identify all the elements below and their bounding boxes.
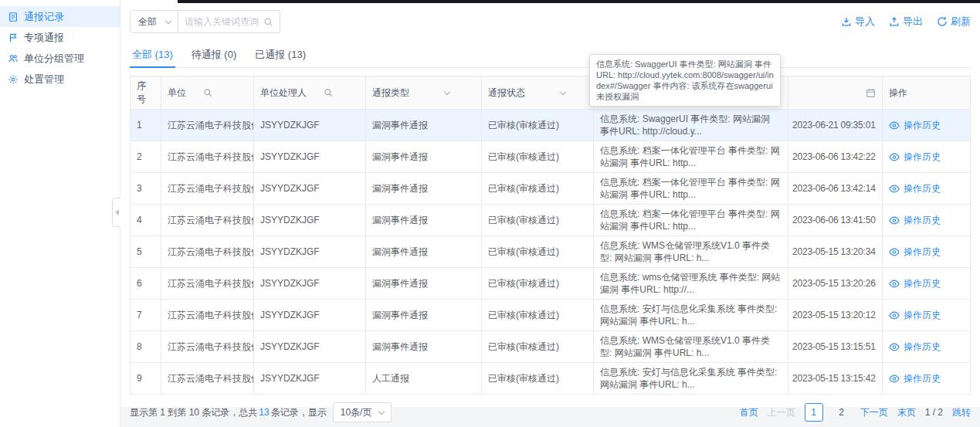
row-company: 江苏云涌电子科技股份有限公司 xyxy=(161,173,254,204)
row-action-cell: 操作历史 xyxy=(883,236,970,267)
sidebar-item-unit-group[interactable]: 单位分组管理 xyxy=(0,48,120,69)
main-panel: 全部 导入 导出 xyxy=(120,0,980,407)
eye-icon xyxy=(889,280,900,288)
sidebar-item-disposal[interactable]: 处置管理 xyxy=(0,69,120,90)
refresh-button-label: 刷新 xyxy=(951,15,971,29)
eye-icon xyxy=(889,343,900,351)
first-page-button[interactable]: 首页 xyxy=(740,406,758,419)
header-time xyxy=(788,76,883,109)
refresh-icon xyxy=(937,16,948,27)
tab-reported[interactable]: 已通报 (13) xyxy=(253,42,308,67)
row-content: 信息系统: 档案一体化管理平台 事件类型: 网站漏洞 事件URL: http..… xyxy=(594,141,788,172)
row-handler: JSYYDZKJGF xyxy=(254,141,366,172)
column-filter-chevron-icon[interactable] xyxy=(561,92,565,94)
row-handler: JSYYDZKJGF xyxy=(254,268,366,299)
row-index: 8 xyxy=(131,331,161,362)
action-history-link[interactable]: 操作历史 xyxy=(889,214,941,227)
row-company: 江苏云涌电子科技股份有限公司 xyxy=(161,236,254,267)
row-status: 已审核(审核通过) xyxy=(482,110,594,141)
filter-select[interactable]: 全部 xyxy=(130,10,178,33)
last-page-button[interactable]: 末页 xyxy=(897,406,916,419)
action-history-link[interactable]: 操作历史 xyxy=(889,246,941,259)
row-content: 信息系统: 档案一体化管理平台 事件类型: 网站漏洞 事件URL: http..… xyxy=(594,205,788,236)
table-header: 序号 单位 单位处理人 通报类型 xyxy=(131,76,970,110)
row-index: 5 xyxy=(131,236,161,267)
row-content-text: 信息系统: 安灯与信息化采集系统 事件类型: 网站漏洞 事件URL: h... xyxy=(600,303,782,327)
action-history-link[interactable]: 操作历史 xyxy=(889,119,941,132)
page-ratio: 1 / 2 xyxy=(925,407,943,418)
import-button[interactable]: 导入 xyxy=(841,15,875,29)
sidebar-item-label: 单位分组管理 xyxy=(24,52,84,66)
sidebar-collapse-handle[interactable] xyxy=(112,198,120,227)
pagination-bar: 显示第 1 到第 10 条记录，总共 13 条记录，显示 10条/页 首页 上一… xyxy=(130,401,971,424)
pagination-summary-suffix: 条记录，显示 xyxy=(271,406,327,419)
table-row: 7 江苏云涌电子科技股份有限公司 JSYYDZKJGF 漏洞事件通报 已审核(审… xyxy=(131,300,970,331)
row-index: 7 xyxy=(131,300,161,330)
tab-all[interactable]: 全部 (13) xyxy=(130,42,175,67)
search-icon[interactable] xyxy=(263,17,273,27)
search-input[interactable] xyxy=(185,16,263,27)
row-action-cell: 操作历史 xyxy=(883,141,970,172)
row-index: 4 xyxy=(131,205,161,236)
pagination-summary-prefix: 显示第 1 到第 10 条记录，总共 xyxy=(130,406,257,419)
chevron-down-icon xyxy=(165,17,171,23)
table-row: 9 江苏云涌电子科技股份有限公司 JSYYDZKJGF 人工通报 已审核(审核通… xyxy=(131,363,970,394)
row-content: 信息系统: SwaggerUI 事件类型: 网站漏洞 事件URL: http:/… xyxy=(594,110,788,141)
row-type: 人工通报 xyxy=(366,363,482,394)
page-number-2[interactable]: 2 xyxy=(832,403,851,422)
action-history-label: 操作历史 xyxy=(904,277,941,290)
action-history-link[interactable]: 操作历史 xyxy=(889,309,941,322)
jump-button[interactable]: 跳转 xyxy=(952,406,971,419)
table-row: 1 江苏云涌电子科技股份有限公司 JSYYDZKJGF 漏洞事件通报 已审核(审… xyxy=(131,110,970,141)
tab-reported-label: 已通报 (13) xyxy=(255,48,306,62)
export-button[interactable]: 导出 xyxy=(889,15,923,29)
row-status: 已审核(审核通过) xyxy=(482,331,594,362)
header-status: 通报状态 xyxy=(482,76,594,109)
action-history-link[interactable]: 操作历史 xyxy=(889,372,941,385)
refresh-button[interactable]: 刷新 xyxy=(937,15,971,29)
row-index: 1 xyxy=(131,110,161,141)
sidebar-item-report-records[interactable]: 通报记录 xyxy=(0,6,120,27)
row-status: 已审核(审核通过) xyxy=(482,205,594,236)
row-content-text: 信息系统: 档案一体化管理平台 事件类型: 网站漏洞 事件URL: http..… xyxy=(600,208,782,232)
row-handler: JSYYDZKJGF xyxy=(254,110,366,141)
calendar-icon[interactable] xyxy=(866,88,876,98)
next-page-button[interactable]: 下一页 xyxy=(860,406,888,419)
page-number-1[interactable]: 1 xyxy=(805,403,823,422)
row-type: 漏洞事件通报 xyxy=(366,331,482,362)
header-company-label: 单位 xyxy=(168,86,186,100)
filter-select-value: 全部 xyxy=(138,15,157,29)
prev-page-button[interactable]: 上一页 xyxy=(768,406,795,419)
row-index: 3 xyxy=(131,173,161,204)
export-button-label: 导出 xyxy=(903,15,923,29)
action-history-label: 操作历史 xyxy=(904,341,941,354)
column-search-icon[interactable] xyxy=(324,88,333,97)
action-history-label: 操作历史 xyxy=(904,246,941,259)
row-company: 江苏云涌电子科技股份有限公司 xyxy=(161,363,254,394)
sidebar-item-label: 通报记录 xyxy=(24,10,64,24)
special-report-icon xyxy=(8,32,19,43)
action-history-label: 操作历史 xyxy=(904,309,941,322)
chevron-down-icon xyxy=(378,408,385,414)
header-status-label: 通报状态 xyxy=(488,86,525,100)
eye-icon xyxy=(889,153,900,161)
row-content-text: 信息系统: WMS仓储管理系统V1.0 事件类型: 网站漏洞 事件URL: h.… xyxy=(600,239,782,264)
page-size-select[interactable]: 10条/页 xyxy=(333,402,392,422)
row-type: 漏洞事件通报 xyxy=(366,141,482,172)
tab-bar: 全部 (13) 待通报 (0) 已通报 (13) xyxy=(130,42,971,68)
import-button-label: 导入 xyxy=(855,15,875,29)
action-history-link[interactable]: 操作历史 xyxy=(889,341,941,354)
sidebar-item-special-report[interactable]: 专项通报 xyxy=(0,27,120,48)
row-status: 已审核(审核通过) xyxy=(482,300,594,330)
column-search-icon[interactable] xyxy=(203,88,212,97)
header-handler: 单位处理人 xyxy=(254,76,366,109)
header-handler-label: 单位处理人 xyxy=(260,86,307,100)
action-history-link[interactable]: 操作历史 xyxy=(889,182,941,195)
tab-pending[interactable]: 待通报 (0) xyxy=(189,42,239,67)
row-status: 已审核(审核通过) xyxy=(482,363,594,394)
row-index: 9 xyxy=(131,363,161,394)
action-history-label: 操作历史 xyxy=(904,182,941,195)
action-history-link[interactable]: 操作历史 xyxy=(889,277,941,290)
column-filter-chevron-icon[interactable] xyxy=(445,92,449,94)
action-history-link[interactable]: 操作历史 xyxy=(889,151,941,164)
